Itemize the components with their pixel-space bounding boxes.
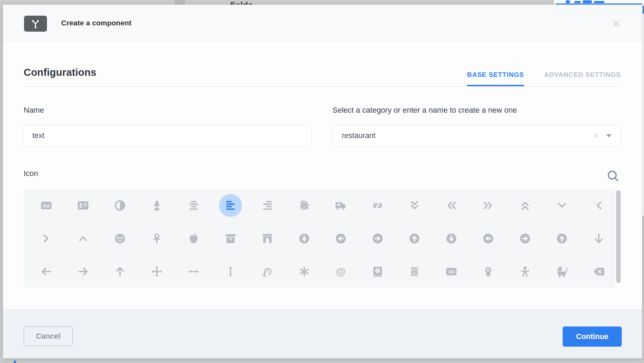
icon-option-backspace[interactable] — [580, 255, 617, 288]
cancel-button[interactable]: Cancel — [24, 326, 73, 346]
angle-down-icon — [556, 199, 568, 212]
background-blue-edge-fragment — [643, 6, 644, 14]
icon-option-angle-left[interactable] — [580, 189, 617, 222]
icon-option-arrows-alt-h[interactable] — [175, 255, 212, 288]
chevron-down-icon[interactable] — [606, 134, 612, 137]
atom-icon — [408, 265, 421, 278]
icon-option-allergies[interactable] — [286, 189, 323, 222]
icon-option-angle-double-right[interactable] — [470, 189, 507, 222]
icon-option-assistive-listening-systems[interactable] — [249, 255, 286, 288]
icon-grid-row: Ad — [24, 189, 621, 222]
arrow-circle-right-icon — [519, 232, 531, 245]
component-branch-icon — [24, 16, 47, 32]
align-center-icon — [187, 199, 200, 212]
name-input[interactable] — [23, 125, 312, 146]
at-icon: @ — [335, 265, 347, 278]
archive-icon — [224, 232, 237, 245]
atlas-icon — [371, 265, 384, 278]
icon-option-align-center[interactable] — [175, 189, 212, 222]
icon-option-angle-down[interactable] — [544, 189, 580, 222]
arrow-circle-down-icon — [445, 232, 458, 245]
search-icon[interactable] — [606, 169, 620, 183]
continue-button[interactable]: Continue — [563, 326, 622, 347]
icon-option-align-left[interactable] — [212, 189, 249, 222]
icon-option-asterisk[interactable] — [286, 255, 323, 288]
icon-option-arrow-alt-circle-down[interactable] — [286, 222, 323, 255]
icon-option-arrow-right[interactable] — [65, 255, 102, 288]
icon-option-arrow-circle-up[interactable] — [544, 222, 580, 255]
audio-description-icon: AD — [445, 265, 458, 278]
create-component-modal: Create a component Configurations BASE S… — [3, 5, 642, 358]
category-label: Select a category or enter a name to cre… — [332, 106, 517, 115]
address-card-icon — [77, 199, 89, 212]
icon-option-arrow-alt-circle-left[interactable] — [323, 222, 360, 255]
icon-option-atlas[interactable] — [359, 255, 396, 288]
icon-option-align-right[interactable] — [249, 189, 286, 222]
icon-option-apple-alt[interactable] — [175, 222, 212, 255]
arrow-alt-circle-left-icon — [335, 232, 347, 245]
background-blue-text-fragment — [583, 0, 592, 3]
icon-option-angle-double-up[interactable] — [507, 189, 544, 222]
icon-option-ad[interactable]: Ad — [28, 189, 65, 222]
icon-option-arrow-alt-circle-right[interactable] — [359, 222, 396, 255]
page-title: Configurations — [24, 67, 96, 78]
icon-option-arrows-alt-v[interactable] — [212, 255, 249, 288]
icon-option-ambulance[interactable] — [323, 189, 360, 222]
icon-grid: Ad@AD — [24, 189, 621, 288]
icon-option-ankh[interactable] — [138, 222, 175, 255]
close-icon[interactable] — [611, 18, 622, 29]
icon-option-american-sign-language-interpreting[interactable] — [359, 189, 396, 222]
category-select[interactable]: restaurant × — [332, 125, 621, 146]
icon-option-baby-carriage[interactable] — [544, 255, 580, 288]
icon-option-at[interactable]: @ — [323, 255, 360, 288]
ad-icon: Ad — [40, 199, 53, 212]
icon-option-adjust[interactable] — [102, 189, 138, 222]
background-right-edge — [642, 0, 644, 216]
icon-option-arrow-up[interactable] — [102, 255, 138, 288]
icon-option-archive[interactable] — [212, 222, 249, 255]
icon-option-arrow-left[interactable] — [28, 255, 65, 288]
air-freshener-icon — [151, 199, 163, 212]
icon-option-arrows-alt[interactable] — [138, 255, 175, 288]
assistive-listening-systems-icon — [261, 265, 274, 278]
icon-option-audio-description[interactable]: AD — [433, 255, 470, 288]
ankh-icon — [151, 232, 163, 245]
icon-option-arrow-down[interactable] — [580, 222, 617, 255]
icon-option-angle-double-left[interactable] — [433, 189, 470, 222]
apple-alt-icon — [187, 232, 200, 245]
background-white-area — [554, 0, 644, 5]
icon-option-baby[interactable] — [507, 255, 544, 288]
align-left-icon — [224, 199, 237, 212]
arrow-alt-circle-down-icon — [298, 232, 311, 245]
background-blue-text-fragment — [594, 1, 604, 3]
american-sign-language-interpreting-icon — [371, 199, 384, 212]
tab-base-settings[interactable]: BASE SETTINGS — [467, 70, 524, 86]
arrows-alt-v-icon — [224, 265, 237, 278]
svg-text:AD: AD — [448, 269, 455, 274]
icon-option-angry[interactable] — [102, 222, 138, 255]
icon-option-arrow-circle-left[interactable] — [470, 222, 507, 255]
arrow-up-icon — [114, 265, 126, 278]
background-top-strip: fields — [0, 0, 644, 5]
icon-option-angle-right[interactable] — [28, 222, 65, 255]
tabs-divider — [24, 86, 621, 87]
settings-tabs: BASE SETTINGS ADVANCED SETTINGS — [467, 70, 621, 86]
icon-option-air-freshener[interactable] — [138, 189, 175, 222]
angle-double-left-icon — [445, 199, 458, 212]
icon-option-arrow-circle-right[interactable] — [507, 222, 544, 255]
icon-option-archway[interactable] — [249, 222, 286, 255]
angle-double-right-icon — [482, 199, 494, 212]
archway-icon — [261, 232, 274, 245]
asterisk-icon — [298, 265, 311, 278]
icon-option-angle-double-down[interactable] — [396, 189, 433, 222]
clear-icon[interactable]: × — [594, 125, 598, 146]
tab-advanced-settings[interactable]: ADVANCED SETTINGS — [544, 70, 621, 86]
icon-option-address-card[interactable] — [65, 189, 102, 222]
icon-option-arrow-alt-circle-up[interactable] — [396, 222, 433, 255]
icon-option-arrow-circle-down[interactable] — [433, 222, 470, 255]
icon-option-atom[interactable] — [396, 255, 433, 288]
icon-option-award[interactable] — [470, 255, 507, 288]
icon-option-angle-up[interactable] — [65, 222, 102, 255]
background-partial-heading: fields — [230, 0, 253, 5]
arrow-alt-circle-right-icon — [371, 232, 384, 245]
